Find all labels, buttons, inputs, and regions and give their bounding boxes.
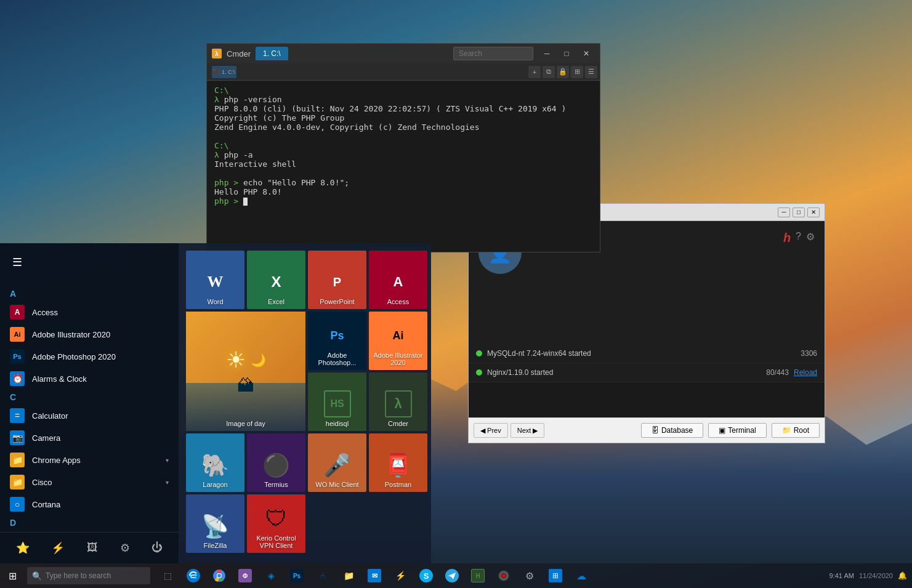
start-apps-list: A A Access Ai Adobe Illustrator 2020 Ps … — [0, 281, 179, 532]
start-left-panel: ☰ A A Access Ai Adobe Illustrator 2020 P… — [0, 243, 179, 563]
start-button[interactable]: ⊞ — [0, 563, 25, 588]
taskbar-store[interactable]: ⊞ — [543, 563, 568, 588]
cmder-tab-label: 1. C:\ — [263, 49, 281, 58]
tile-termius[interactable]: ⚫ Termius — [247, 433, 305, 492]
start-app-chrome-apps[interactable]: 📁 Chrome Apps ▾ — [0, 449, 179, 471]
xampp-h-icon[interactable]: h — [783, 231, 791, 245]
xampp-terminal-button[interactable]: ▣ Terminal — [708, 423, 766, 438]
tile-postman[interactable]: 📮 Postman — [369, 433, 427, 492]
xampp-next-button[interactable]: Next ▶ — [510, 423, 545, 438]
chrome-apps-expand-icon: ▾ — [166, 457, 169, 464]
laragon-tile-label: Laragon — [203, 481, 227, 488]
xampp-terminal-label: Terminal — [728, 426, 756, 435]
postman-tile-label: Postman — [385, 481, 411, 488]
cmder-tab-area[interactable]: ⬛ 1. C:\ — [212, 66, 236, 78]
xampp-settings-icon[interactable]: ⚙ — [806, 231, 815, 245]
cmder-tabs: 1. C:\ — [256, 47, 448, 60]
start-app-alarms[interactable]: ⏰ Alarms & Clock — [0, 368, 179, 390]
alarms-app-icon: ⏰ — [10, 371, 25, 386]
cmder-toolbar-split2[interactable]: ⊞ — [571, 66, 583, 78]
xampp-help-icon[interactable]: ? — [796, 231, 801, 245]
cmder-minimize-button[interactable]: ─ — [538, 47, 555, 60]
xampp-minimize-button[interactable]: ─ — [778, 207, 790, 217]
cmder-toolbar-add[interactable]: + — [528, 66, 541, 78]
tile-access[interactable]: A Access — [369, 251, 427, 309]
start-app-photoshop[interactable]: Ps Adobe Photoshop 2020 — [0, 345, 179, 368]
taskbar-chrome[interactable] — [207, 563, 232, 588]
photoshop-app-label: Adobe Photoshop 2020 — [32, 352, 116, 361]
cmder-toolbar-menu[interactable]: ☰ — [585, 66, 597, 78]
notification-icon[interactable]: 🔔 — [898, 571, 907, 580]
start-app-cisco[interactable]: 📁 Cisco ▾ — [0, 471, 179, 493]
cmder-close-button[interactable]: ✕ — [578, 47, 595, 60]
taskbar-sourcetree[interactable]: ⑃ — [310, 563, 335, 588]
tile-laragon[interactable]: 🐘 Laragon — [186, 433, 244, 492]
taskbar-onedrive[interactable]: ☁ — [569, 563, 594, 588]
cmd-line-2: λ php -version — [214, 95, 592, 104]
start-bottom-pinned-icon[interactable]: ⭐ — [12, 538, 33, 558]
taskbar-settings[interactable]: ⚙ — [517, 563, 542, 588]
start-app-cortana[interactable]: ○ Cortana — [0, 493, 179, 515]
taskbar-task-view[interactable]: ⬚ — [155, 563, 180, 588]
tile-powerpoint[interactable]: P PowerPoint — [308, 251, 366, 309]
cmder-app-icon: λ — [212, 49, 222, 58]
xampp-nginx-port: 80/443 — [752, 368, 789, 377]
taskbar-heidisql[interactable]: H — [466, 563, 490, 588]
tile-kerio[interactable]: 🛡 Kerio Control VPN Client — [247, 494, 305, 553]
cmder-tab-1[interactable]: 1. C:\ — [256, 47, 288, 60]
cmder-toolbar: ⬛ 1. C:\ + ⧉ 🔒 ⊞ ☰ — [207, 63, 600, 81]
xampp-prev-button[interactable]: ◀ Prev — [474, 423, 508, 438]
tile-photoshop[interactable]: Ps Adobe Photoshop... — [308, 312, 366, 370]
xampp-root-button[interactable]: 📁 Root — [772, 423, 820, 438]
taskbar-obs[interactable] — [491, 563, 516, 588]
start-app-calculator[interactable]: = Calculator — [0, 405, 179, 427]
start-bottom-recent-icon[interactable]: ⚡ — [47, 538, 68, 558]
taskbar-phpstorm[interactable]: Φ — [233, 563, 257, 588]
tile-word[interactable]: W Word — [186, 251, 244, 309]
cmder-content[interactable]: C:\ λ php -version PHP 8.0.0 (cli) (buil… — [207, 81, 600, 252]
start-bottom-power-icon[interactable]: ⏻ — [148, 538, 166, 558]
hamburger-button[interactable]: ☰ — [10, 253, 25, 272]
taskbar-file-explorer[interactable]: 📁 — [336, 563, 361, 588]
start-app-access[interactable]: A Access — [0, 301, 179, 323]
taskbar-edge[interactable] — [181, 563, 206, 588]
xampp-database-button[interactable]: 🗄 Database — [641, 423, 703, 438]
taskbar-search[interactable]: 🔍 Type here to search — [27, 567, 150, 584]
start-bottom-settings-icon[interactable]: ⚙ — [116, 538, 134, 558]
cmd-line-3: PHP 8.0.0 (cli) (built: Nov 24 2020 22:0… — [214, 104, 592, 113]
tile-filezilla[interactable]: 📡 FileZilla — [186, 494, 244, 553]
taskbar-telegram[interactable] — [440, 563, 464, 588]
access-tile-icon: A — [385, 268, 412, 296]
cmder-toolbar-split[interactable]: ⧉ — [543, 66, 555, 78]
taskbar-vscode[interactable]: ◈ — [259, 563, 283, 588]
xampp-close-button[interactable]: ✕ — [807, 207, 820, 217]
tile-cmder[interactable]: λ Cmder — [369, 373, 427, 431]
cmder-search-input[interactable] — [453, 47, 533, 60]
alarms-app-label: Alarms & Clock — [32, 374, 87, 384]
task-view-icon: ⬚ — [161, 569, 174, 582]
tile-image-of-day[interactable]: ☀ 🌙 🏔 Image of day — [186, 312, 305, 431]
cmd-line-4: Copyright (c) The PHP Group — [214, 113, 592, 123]
phpstorm-icon: Φ — [238, 569, 252, 582]
taskbar-filezilla[interactable]: ⚡ — [388, 563, 413, 588]
xampp-reload-button[interactable]: Reload — [794, 368, 817, 377]
cmder-toolbar-lock[interactable]: 🔒 — [557, 66, 569, 78]
tile-excel[interactable]: X Excel — [247, 251, 305, 309]
taskbar-outlook[interactable]: ✉ — [362, 563, 387, 588]
file-explorer-icon: 📁 — [342, 569, 355, 582]
tile-heidisql[interactable]: HS heidisql — [308, 373, 366, 431]
xampp-nginx-name: Nginx/1.19.0 started — [487, 368, 747, 377]
cisco-expand-icon: ▾ — [166, 479, 169, 486]
start-app-illustrator[interactable]: Ai Adobe Illustrator 2020 — [0, 323, 179, 345]
start-menu: ☰ A A Access Ai Adobe Illustrator 2020 P… — [0, 243, 431, 563]
image-day-tile-label: Image of day — [190, 420, 302, 427]
taskbar-skype[interactable]: S — [414, 563, 438, 588]
start-app-camera[interactable]: 📷 Camera — [0, 427, 179, 449]
taskbar-icons: ⬚ — [153, 563, 825, 588]
cmder-maximize-button[interactable]: □ — [558, 47, 575, 60]
xampp-maximize-button[interactable]: □ — [793, 207, 805, 217]
tile-illustrator[interactable]: Ai Adobe Illustrator 2020 — [369, 312, 427, 370]
taskbar-photoshop[interactable]: Ps — [284, 563, 309, 588]
start-bottom-photos-icon[interactable]: 🖼 — [83, 538, 102, 558]
tile-wo-mic[interactable]: 🎤 WO Mic Client — [308, 433, 366, 492]
